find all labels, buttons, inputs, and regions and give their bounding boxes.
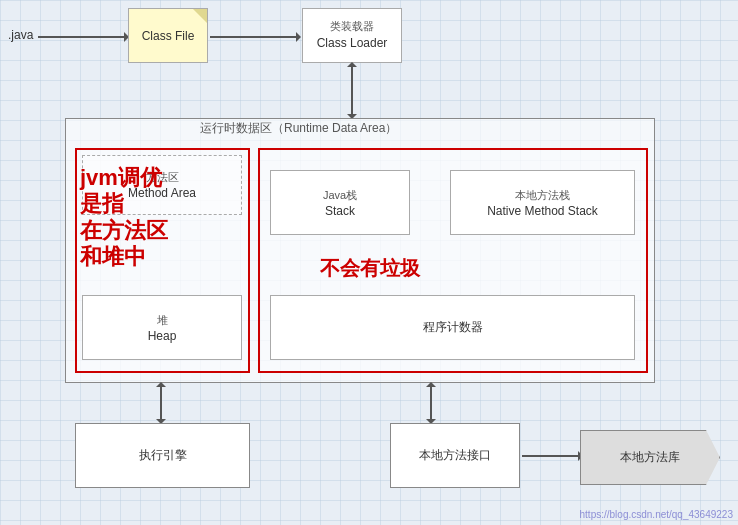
native-interface-label: 本地方法接口 xyxy=(419,447,491,464)
exec-engine-label: 执行引擎 xyxy=(139,447,187,464)
arrow-loader-down xyxy=(351,63,353,118)
native-stack-cn: 本地方法栈 xyxy=(515,188,570,203)
native-interface-box: 本地方法接口 xyxy=(390,423,520,488)
class-loader-cn: 类装载器 xyxy=(330,19,374,34)
arrow-to-exec-engine xyxy=(160,383,162,423)
no-garbage-text: 不会有垃圾 xyxy=(320,255,420,282)
arrow-to-native-interface xyxy=(430,383,432,423)
arrow-native-to-lib xyxy=(522,455,582,457)
diagram: .java Class File 类装载器 Class Loader 运行时数据… xyxy=(0,0,738,525)
watermark: https://blog.csdn.net/qq_43649223 xyxy=(580,509,733,520)
native-method-stack-box: 本地方法栈 Native Method Stack xyxy=(450,170,635,235)
execution-engine-box: 执行引擎 xyxy=(75,423,250,488)
program-counter-box: 程序计数器 xyxy=(270,295,635,360)
jvm-line2: 是指 xyxy=(80,191,168,217)
class-loader-box: 类装载器 Class Loader xyxy=(302,8,402,63)
jvm-line3: 在方法区 xyxy=(80,218,168,244)
pc-label: 程序计数器 xyxy=(423,319,483,336)
java-stack-en: Stack xyxy=(325,204,355,218)
jvm-line4: 和堆中 xyxy=(80,244,168,270)
java-stack-box: Java栈 Stack xyxy=(270,170,410,235)
java-label: .java xyxy=(8,28,33,42)
arrow-classfile-to-loader xyxy=(210,36,300,38)
heap-box: 堆 Heap xyxy=(82,295,242,360)
heap-cn: 堆 xyxy=(157,313,168,328)
jvm-optimization-text: jvm调优 是指 在方法区 和堆中 xyxy=(80,165,168,271)
java-stack-cn: Java栈 xyxy=(323,188,357,203)
native-stack-en: Native Method Stack xyxy=(487,204,598,218)
class-file-label: Class File xyxy=(142,29,195,43)
native-method-library-box: 本地方法库 xyxy=(580,430,720,485)
runtime-area-label: 运行时数据区（Runtime Data Area） xyxy=(200,120,397,137)
arrow-java-to-classfile xyxy=(38,36,128,38)
native-lib-label: 本地方法库 xyxy=(620,449,680,466)
class-file-box: Class File xyxy=(128,8,208,63)
class-loader-en: Class Loader xyxy=(317,35,388,52)
heap-en: Heap xyxy=(148,329,177,343)
jvm-line1: jvm调优 xyxy=(80,165,168,191)
